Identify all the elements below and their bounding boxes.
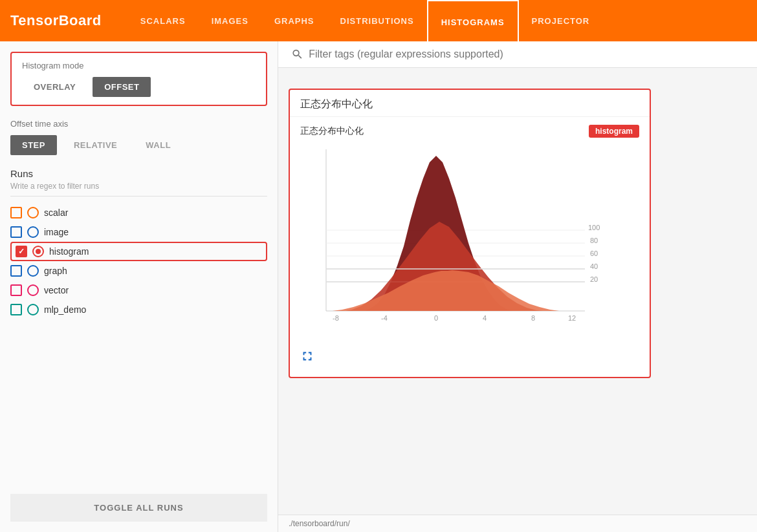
run-radio-vector[interactable] [27, 284, 39, 296]
run-radio-scalar[interactable] [27, 207, 39, 218]
nav-images[interactable]: IMAGES [199, 0, 261, 41]
svg-text:12: 12 [568, 314, 576, 322]
run-label-mlp-demo: mlp_demo [44, 304, 86, 315]
run-label-histogram: histogram [49, 246, 89, 257]
run-radio-graph[interactable] [27, 265, 39, 277]
chart-header: 正态分布中心化 histogram [300, 125, 639, 138]
time-axis-buttons: STEP RELATIVE WALL [10, 135, 267, 155]
svg-text:4: 4 [483, 314, 487, 322]
fullscreen-icon [300, 349, 314, 363]
run-item-graph[interactable]: graph [10, 261, 267, 281]
run-item-histogram[interactable]: ✓ histogram [10, 242, 267, 261]
chart-subtitle: 正态分布中心化 [300, 125, 364, 137]
run-label-graph: graph [44, 266, 67, 276]
offset-time-axis-section: Offset time axis STEP RELATIVE WALL [10, 119, 267, 155]
run-checkbox-histogram[interactable]: ✓ [16, 246, 27, 257]
run-label-vector: vector [44, 285, 69, 295]
svg-text:40: 40 [590, 262, 598, 270]
svg-text:-4: -4 [381, 314, 388, 322]
app-body: Histogram mode OVERLAY OFFSET Offset tim… [0, 41, 757, 532]
offset-button[interactable]: OFFSET [93, 77, 151, 97]
card-title: 正态分布中心化 [290, 90, 650, 117]
mode-buttons: OVERLAY OFFSET [22, 77, 256, 97]
run-checkbox-vector[interactable] [10, 284, 22, 296]
svg-text:80: 80 [590, 237, 598, 244]
runs-divider [10, 196, 267, 197]
nav-graphs[interactable]: GRAPHS [261, 0, 327, 41]
checkmark-icon: ✓ [18, 247, 25, 256]
chart-footer [300, 345, 639, 369]
runs-title: Runs [10, 168, 267, 179]
svg-text:0: 0 [434, 314, 438, 322]
run-label-scalar: scalar [44, 207, 68, 218]
svg-text:-8: -8 [333, 314, 339, 322]
chart-container: 20 40 60 80 100 -8 [300, 143, 639, 345]
run-item-image[interactable]: image [10, 222, 267, 242]
nav-histograms[interactable]: HISTOGRAMS [427, 0, 519, 41]
svg-text:60: 60 [590, 250, 598, 257]
run-radio-mlp-demo[interactable] [27, 304, 39, 315]
histogram-mode-label: Histogram mode [22, 61, 256, 70]
filter-bar [278, 41, 757, 68]
run-checkbox-image[interactable] [10, 226, 22, 238]
runs-section: Runs Write a regex to filter runs scalar… [10, 168, 267, 522]
run-label-image: image [44, 227, 69, 237]
app-logo: TensorBoard [10, 12, 102, 29]
step-button[interactable]: STEP [10, 135, 57, 155]
histogram-badge: histogram [589, 125, 639, 138]
header: TensorBoard SCALARS IMAGES GRAPHS DISTRI… [0, 0, 757, 41]
sidebar: Histogram mode OVERLAY OFFSET Offset tim… [0, 41, 278, 532]
svg-text:8: 8 [531, 314, 535, 322]
offset-time-axis-label: Offset time axis [10, 119, 267, 129]
histogram-mode-box: Histogram mode OVERLAY OFFSET [10, 52, 267, 106]
run-checkbox-scalar[interactable] [10, 207, 22, 218]
svg-text:100: 100 [588, 224, 600, 231]
footer-path: ./tensorboard/run/ [278, 515, 757, 532]
runs-filter-label: Write a regex to filter runs [10, 182, 267, 191]
wall-button[interactable]: WALL [134, 135, 182, 155]
run-radio-image[interactable] [27, 226, 39, 238]
run-item-vector[interactable]: vector [10, 281, 267, 300]
main-panel: 正态分布中心化 正态分布中心化 histogram [278, 41, 757, 532]
nav-scalars[interactable]: SCALARS [127, 0, 199, 41]
search-icon [291, 48, 303, 61]
overlay-button[interactable]: OVERLAY [22, 77, 87, 97]
runs-list: scalar image ✓ histogram [10, 203, 267, 489]
run-checkbox-mlp-demo[interactable] [10, 304, 22, 315]
card-body: 正态分布中心化 histogram 20 [290, 117, 650, 377]
radio-inner-histogram [36, 249, 41, 254]
run-checkbox-graph[interactable] [10, 265, 22, 277]
main-nav: SCALARS IMAGES GRAPHS DISTRIBUTIONS HIST… [127, 0, 602, 41]
relative-button[interactable]: RELATIVE [62, 135, 129, 155]
run-item-scalar[interactable]: scalar [10, 203, 267, 222]
histogram-chart-svg: 20 40 60 80 100 -8 [300, 143, 611, 343]
run-item-mlp-demo[interactable]: mlp_demo [10, 300, 267, 319]
run-radio-histogram[interactable] [32, 246, 44, 257]
nav-projector[interactable]: PROJECTOR [519, 0, 603, 41]
histogram-card: 正态分布中心化 正态分布中心化 histogram [289, 89, 651, 378]
nav-distributions[interactable]: DISTRIBUTIONS [327, 0, 427, 41]
filter-tags-input[interactable] [309, 48, 744, 60]
expand-icon[interactable] [300, 349, 314, 367]
svg-text:20: 20 [590, 275, 598, 283]
toggle-all-runs-button[interactable]: TOGGLE ALL RUNS [10, 494, 267, 522]
main-content-area: 正态分布中心化 正态分布中心化 histogram [278, 78, 757, 515]
